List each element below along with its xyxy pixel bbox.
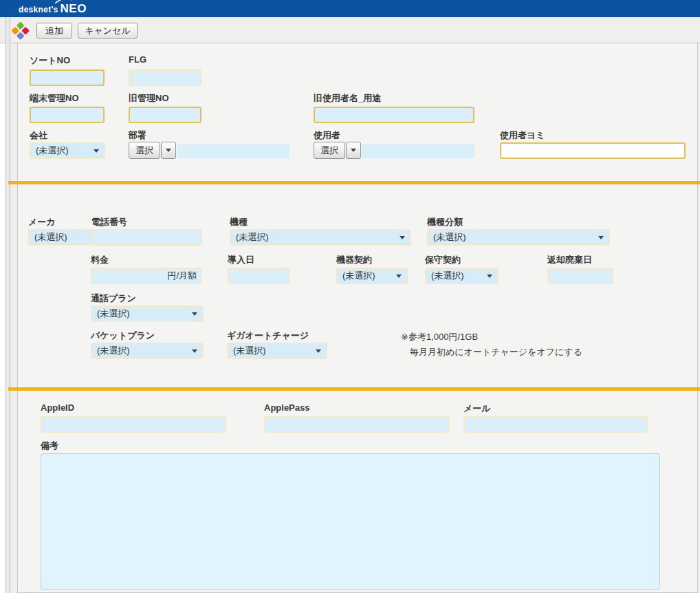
user-yomi-label: 使用者ヨミ: [500, 129, 545, 142]
app-clover-icon[interactable]: [11, 21, 30, 40]
model-class-label: 機種分類: [427, 216, 463, 228]
department-label: 部署: [129, 129, 146, 142]
fee-field: 円/月額: [91, 268, 201, 284]
model-select-value: (未選択): [236, 231, 397, 244]
fee-input[interactable]: [96, 271, 167, 281]
call-plan-select-value: (未選択): [97, 308, 189, 320]
mail-label: メール: [463, 402, 491, 415]
chevron-down-icon: [94, 149, 99, 153]
flg-label: FLG: [129, 54, 146, 65]
model-label: 機種: [230, 216, 248, 228]
packet-plan-select-value: (未選択): [97, 345, 189, 357]
giga-auto-charge-label: ギガオートチャージ: [227, 330, 309, 342]
model-class-select-value: (未選択): [433, 231, 595, 244]
giga-auto-charge-select-value: (未選択): [233, 345, 313, 357]
maintenance-contract-select[interactable]: (未選択): [425, 268, 499, 284]
sort-no-input[interactable]: [30, 69, 105, 86]
company-select-value: (未選択): [36, 144, 91, 157]
section-divider-2: [8, 387, 700, 391]
desknets-neo-logo: desknet's NEO: [19, 2, 87, 16]
chevron-down-icon: [396, 274, 402, 278]
maker-select-value: (未選択): [34, 231, 86, 244]
apple-pass-input[interactable]: [264, 416, 450, 433]
chevron-down-icon: [400, 236, 405, 239]
chevron-down-icon: [166, 149, 171, 152]
model-class-select[interactable]: (未選択): [427, 229, 610, 246]
user-dropdown-button[interactable]: [346, 142, 361, 159]
cancel-button[interactable]: キャンセル: [78, 23, 138, 39]
old-no-label: 旧管理NO: [129, 92, 169, 105]
return-date-input[interactable]: [547, 268, 613, 284]
add-button[interactable]: 追加: [36, 23, 72, 39]
terminal-no-label: 端末管理NO: [30, 92, 79, 105]
fee-label: 料金: [91, 254, 109, 266]
old-user-input[interactable]: [314, 107, 474, 123]
chevron-down-icon: [316, 349, 321, 353]
chevron-down-icon: [351, 149, 356, 152]
phone-input[interactable]: [91, 229, 202, 246]
user-value-field: [362, 144, 474, 158]
sort-no-label: ソートNO: [30, 54, 70, 67]
apple-id-input[interactable]: [41, 416, 226, 433]
company-label: 会社: [30, 129, 47, 142]
terminal-no-input[interactable]: [30, 107, 105, 123]
company-select[interactable]: (未選択): [30, 142, 105, 159]
maintenance-contract-label: 保守契約: [425, 254, 461, 266]
reference-note-line1: ※参考1,000円/1GB: [401, 331, 478, 343]
call-plan-label: 通話プラン: [91, 292, 136, 305]
department-select-button[interactable]: 選択: [129, 142, 160, 159]
department-dropdown-button[interactable]: [161, 142, 176, 159]
section-divider-1: [8, 181, 700, 184]
apple-pass-label: ApplePass: [264, 402, 309, 413]
intro-date-label: 導入日: [228, 254, 254, 266]
device-contract-select[interactable]: (未選択): [336, 268, 408, 284]
packet-plan-select[interactable]: (未選択): [91, 343, 204, 359]
department-value-field: [177, 144, 289, 158]
user-label: 使用者: [314, 129, 340, 142]
logo-text-big: NEO: [61, 2, 87, 16]
user-yomi-input[interactable]: [500, 142, 686, 159]
reference-note-line2: 毎月月初めにオートチャージをオフにする: [410, 346, 582, 358]
old-no-input[interactable]: [129, 107, 201, 123]
chevron-down-icon: [192, 349, 197, 353]
flg-input[interactable]: [129, 69, 201, 86]
logo-text-small: desknet's: [19, 5, 58, 16]
remarks-label: 備考: [41, 440, 58, 452]
giga-auto-charge-select[interactable]: (未選択): [227, 343, 327, 359]
return-date-label: 返却廃棄日: [547, 254, 592, 266]
maintenance-contract-select-value: (未選択): [431, 270, 484, 282]
packet-plan-label: パケットプラン: [91, 330, 155, 342]
chevron-down-icon: [598, 236, 604, 239]
swoosh-icon: [54, 0, 78, 4]
splitter-handle[interactable]: [6, 17, 10, 593]
mail-input[interactable]: [463, 416, 648, 433]
device-contract-label: 機器契約: [336, 254, 372, 266]
remarks-textarea[interactable]: [41, 453, 660, 590]
title-bar: desknet's NEO: [0, 0, 700, 17]
model-select[interactable]: (未選択): [230, 229, 411, 246]
intro-date-input[interactable]: [228, 268, 290, 284]
call-plan-select[interactable]: (未選択): [91, 305, 204, 322]
chevron-down-icon: [192, 312, 197, 316]
device-contract-select-value: (未選択): [342, 270, 393, 282]
apple-id-label: AppleID: [41, 402, 74, 413]
phone-label: 電話番号: [91, 216, 127, 228]
maker-label: メーカ: [28, 216, 56, 228]
user-select-button[interactable]: 選択: [314, 142, 345, 159]
maker-select[interactable]: (未選択): [28, 229, 92, 246]
form-panel: ソートNO FLG 端末管理NO 旧管理NO 旧使用者名_用途 会社 (未選択)…: [17, 43, 698, 593]
old-user-label: 旧使用者名_用途: [314, 92, 381, 105]
fee-suffix: 円/月額: [167, 270, 197, 282]
chevron-down-icon: [487, 274, 492, 278]
